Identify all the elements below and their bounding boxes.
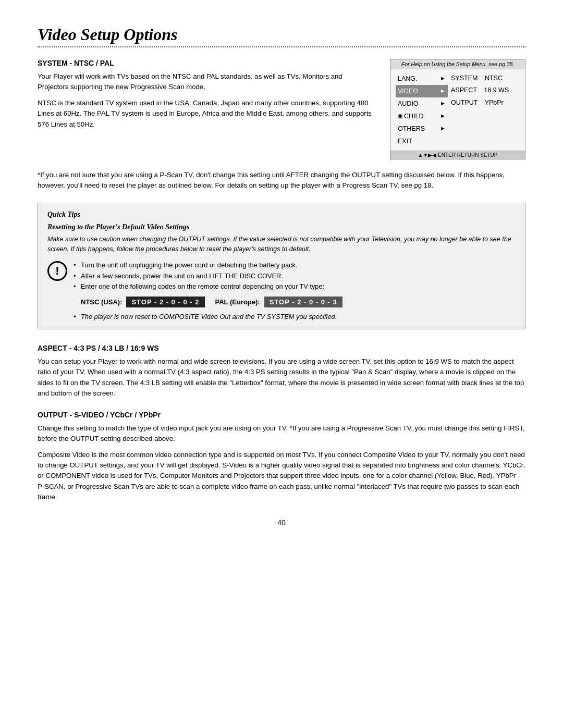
qt-bullets: Turn the unit off unplugging the power c… [74, 260, 516, 320]
menu-right-output-label: OUTPUT [451, 99, 478, 106]
menu-item-video-label: VIDEO [398, 86, 418, 96]
system-heading: SYSTEM - NTSC / PAL [38, 59, 373, 67]
menu-item-exit-label: EXIT [398, 136, 412, 146]
menu-item-lang-arrow: ► [440, 74, 446, 83]
aspect-text: You can setup your Player to work with n… [38, 356, 525, 399]
ntsc-code: STOP - 2 - 0 - 0 - 2 [126, 297, 204, 307]
aspect-heading: ASPECT - 4:3 PS / 4:3 LB / 16:9 WS [38, 344, 525, 352]
menu-right-system-value: NTSC [485, 75, 503, 82]
code-block-pal: PAL (Europe): STOP - 2 - 0 - 0 - 3 [215, 297, 342, 307]
system-para1: Your Player will work with TVs based on … [38, 71, 373, 93]
child-icon: ◉ [398, 112, 403, 121]
qt-final-bullet: The player is now reset to COMPOSITE Vid… [74, 313, 516, 320]
qt-heading: Resetting to the Player's Default Video … [47, 223, 516, 231]
output-heading: OUTPUT - S-VIDEO / YCbCr / YPbPr [38, 411, 525, 419]
section-divider [38, 46, 525, 47]
quick-tips-label: Quick Tips [47, 211, 516, 219]
menu-right-aspect: ASPECT 16:9 WS [451, 84, 525, 96]
menu-item-exit[interactable]: EXIT [396, 135, 448, 147]
qt-bullet-2: After a few seconds, power the unit on a… [74, 271, 516, 281]
menu-item-video-arrow: ► [440, 87, 446, 96]
system-para2: NTSC is the standard TV system used in t… [38, 98, 373, 130]
aspect-section: ASPECT - 4:3 PS / 4:3 LB / 16:9 WS You c… [38, 344, 525, 399]
ntsc-label: NTSC (USA): [81, 298, 122, 306]
menu-item-audio-label: AUDIO [398, 98, 419, 109]
qt-bullet-3: Enter one of the following codes on the … [74, 281, 516, 292]
menu-item-child-label: CHILD [404, 111, 424, 121]
menu-help-bar: For Help on Using the Setup Menu, see pg… [390, 59, 525, 69]
menu-item-audio-arrow: ► [440, 99, 446, 108]
code-row: NTSC (USA): STOP - 2 - 0 - 0 - 2 PAL (Eu… [81, 297, 516, 307]
menu-item-lang-label: LANG. [398, 73, 418, 84]
menu-right-output-value: YPbPr [485, 99, 504, 106]
top-section: SYSTEM - NTSC / PAL Your Player will wor… [38, 59, 525, 159]
page-number: 40 [38, 519, 525, 527]
menu-right-aspect-label: ASPECT [451, 87, 477, 94]
menu-right-col: SYSTEM NTSC ASPECT 16:9 WS OUTPUT YPbPr [448, 72, 525, 147]
menu-item-child[interactable]: ◉ CHILD ► [396, 110, 448, 122]
menu-content: LANG. ► VIDEO ► AUDIO ► ◉ [390, 69, 525, 151]
menu-box-container: For Help on Using the Setup Menu, see pg… [390, 59, 525, 159]
code-block-ntsc: NTSC (USA): STOP - 2 - 0 - 0 - 2 [81, 297, 205, 307]
note-text: *If you are not sure that you are using … [38, 170, 525, 191]
qt-bullet-1: Turn the unit off unplugging the power c… [74, 260, 516, 270]
menu-nav-bar: ▲▼▶◀ ENTER RETURN SETUP [390, 151, 525, 159]
output-section: OUTPUT - S-VIDEO / YCbCr / YPbPr Change … [38, 411, 525, 503]
menu-left-col: LANG. ► VIDEO ► AUDIO ► ◉ [390, 72, 448, 147]
pal-code: STOP - 2 - 0 - 0 - 3 [264, 297, 342, 307]
menu-right-aspect-value: 16:9 WS [484, 87, 509, 94]
page-title: Video Setup Options [38, 25, 525, 44]
menu-right-system-label: SYSTEM [451, 75, 478, 82]
qt-subtext: Make sure to use caution when changing t… [47, 235, 516, 254]
menu-item-others-label: OTHERS [398, 124, 425, 134]
menu-item-audio[interactable]: AUDIO ► [396, 97, 448, 110]
menu-item-video[interactable]: VIDEO ► [396, 85, 448, 97]
menu-item-child-arrow: ► [440, 112, 446, 121]
menu-right-output: OUTPUT YPbPr [451, 97, 525, 109]
system-section: SYSTEM - NTSC / PAL Your Player will wor… [38, 59, 373, 159]
menu-item-others[interactable]: OTHERS ► [396, 122, 448, 135]
qt-bullet-section: ! Turn the unit off unplugging the power… [47, 260, 516, 320]
output-para2: Composite Video is the most common video… [38, 450, 525, 503]
menu-right-system: SYSTEM NTSC [451, 72, 525, 84]
menu-item-lang[interactable]: LANG. ► [396, 72, 448, 85]
quick-tips-box: Quick Tips Resetting to the Player's Def… [38, 203, 525, 329]
menu-box: For Help on Using the Setup Menu, see pg… [390, 59, 525, 159]
qt-bullet-list: Turn the unit off unplugging the power c… [74, 260, 516, 292]
warning-icon: ! [47, 261, 67, 281]
output-para1: Change this setting to match the type of… [38, 423, 525, 445]
menu-item-others-arrow: ► [440, 124, 446, 133]
pal-label: PAL (Europe): [215, 298, 260, 306]
